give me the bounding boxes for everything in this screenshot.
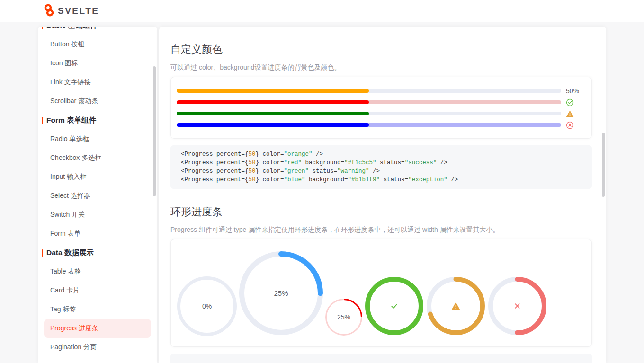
sidebar-item-active[interactable]: Progress 进度条 <box>44 319 151 338</box>
code-block-ring-clipped <box>170 354 592 363</box>
sidebar-item-label: Button 按钮 <box>50 40 84 49</box>
sidebar-item-label: Data 数据展示 <box>46 248 94 258</box>
sidebar-item[interactable]: Table 表格 <box>38 262 157 281</box>
sidebar-nav: Basic 基础组件Button 按钮Icon 图标Link 文字链接Scrol… <box>38 27 157 357</box>
sidebar-item-label: Form 表单 <box>50 230 81 238</box>
app-header: SVELTE <box>0 0 644 22</box>
sidebar-item-label: Basic 基础组件 <box>46 27 98 31</box>
sidebar: Basic 基础组件Button 按钮Icon 图标Link 文字链接Scrol… <box>38 27 157 363</box>
progress-fill <box>177 123 369 127</box>
progress-fill <box>177 112 369 115</box>
sidebar-item[interactable]: Button 按钮 <box>38 35 157 54</box>
sidebar-item[interactable]: Select 选择器 <box>38 186 157 205</box>
ring-percent-label: 0% <box>202 302 212 310</box>
section-accent-bar <box>42 27 43 29</box>
main-content: 自定义颜色 可以通过 color、background设置进度条的背景色及颜色。… <box>159 43 606 363</box>
progress-suffix <box>561 98 586 106</box>
progress-bar-row <box>177 108 586 119</box>
svelte-logo-icon <box>43 4 55 18</box>
sidebar-item[interactable]: Tag 标签 <box>38 300 157 319</box>
brand[interactable]: SVELTE <box>43 4 99 18</box>
ring-progress: 0% <box>177 276 237 336</box>
code-line: <Progress percent={50} color="orange" /> <box>181 150 581 159</box>
section-title-custom-color: 自定义颜色 <box>170 43 592 57</box>
ring-center: 25% <box>239 251 323 335</box>
sidebar-item-label: Icon 图标 <box>50 59 78 68</box>
warning-icon <box>566 110 574 118</box>
ring-center <box>427 277 485 335</box>
success-icon <box>566 98 574 106</box>
progress-fill <box>177 100 369 104</box>
sidebar-item-label: Select 选择器 <box>50 192 90 200</box>
section-desc-custom-color: 可以通过 color、background设置进度条的背景色及颜色。 <box>170 62 592 72</box>
ring-center <box>488 277 546 335</box>
sidebar-section-header: Basic 基础组件 <box>38 27 157 35</box>
ring-progress-demo-card: 0%25%25% <box>170 239 592 347</box>
sidebar-item-label: Radio 单选框 <box>50 135 89 143</box>
progress-suffix <box>561 110 586 118</box>
ring-progress <box>488 277 546 335</box>
sidebar-section-header: Data 数据展示 <box>38 243 157 262</box>
sidebar-item-label: Tag 标签 <box>50 305 76 314</box>
ring-center <box>365 277 423 335</box>
ring-percent-label: 25% <box>337 313 350 321</box>
sidebar-item-label: Input 输入框 <box>50 173 87 181</box>
ring-center: 0% <box>177 276 237 336</box>
sidebar-item[interactable]: Radio 单选框 <box>38 130 157 149</box>
sidebar-item[interactable]: Switch 开关 <box>38 205 157 224</box>
sidebar-item[interactable]: Icon 图标 <box>38 54 157 73</box>
sidebar-item[interactable]: Card 卡片 <box>38 281 157 300</box>
ring-progress: 25% <box>325 299 362 336</box>
ring-progress: 25% <box>239 251 323 335</box>
ring-percent-label: 25% <box>274 289 288 297</box>
sidebar-item[interactable]: Checkbox 多选框 <box>38 149 157 168</box>
progress-suffix: 50% <box>561 87 586 95</box>
sidebar-item[interactable]: Form 表单 <box>38 224 157 243</box>
warning-icon <box>451 301 460 310</box>
main-scrollbar[interactable] <box>602 133 605 197</box>
sidebar-item-label: Checkbox 多选框 <box>50 154 101 162</box>
sidebar-item-label: Link 文字链接 <box>50 78 91 87</box>
progress-track <box>177 100 561 104</box>
code-block-custom-color: <Progress percent={50} color="orange" />… <box>170 145 592 189</box>
exception-icon <box>566 121 574 129</box>
section-accent-bar <box>42 249 43 257</box>
check-icon <box>390 301 399 310</box>
progress-bar-row <box>177 97 586 108</box>
section-title-ring: 环形进度条 <box>170 205 592 219</box>
code-line: <Progress percent={50} color="red" backg… <box>181 159 581 167</box>
progress-track <box>177 89 561 93</box>
ring-progress <box>365 277 423 335</box>
main-panel: 自定义颜色 可以通过 color、background设置进度条的背景色及颜色。… <box>159 27 606 363</box>
progress-fill <box>177 89 369 93</box>
progress-percent-label: 50% <box>566 87 579 95</box>
progress-bars-demo-card: 50% <box>170 77 592 139</box>
sidebar-item-label: Scrollbar 滚动条 <box>50 97 98 106</box>
sidebar-item-label: Table 表格 <box>50 267 81 276</box>
brand-text: SVELTE <box>58 6 99 16</box>
code-line: <Progress percent={50} color="blue" back… <box>181 176 581 184</box>
sidebar-item-label: Form 表单组件 <box>46 115 96 125</box>
progress-suffix <box>561 121 586 129</box>
sidebar-item[interactable]: Scrollbar 滚动条 <box>38 92 157 111</box>
sidebar-scrollbar[interactable] <box>153 66 156 196</box>
sidebar-item[interactable]: Input 输入框 <box>38 168 157 186</box>
section-accent-bar <box>42 117 43 124</box>
sidebar-item-label: Switch 开关 <box>50 211 85 219</box>
progress-bar-row: 50% <box>177 85 586 97</box>
ring-progress <box>427 277 485 335</box>
code-line: <Progress percent={50} color="green" sta… <box>181 167 581 176</box>
sidebar-item-label: Card 卡片 <box>50 286 80 295</box>
sidebar-section-header: Form 表单组件 <box>38 111 157 130</box>
progress-track <box>177 123 561 127</box>
close-icon <box>513 301 522 310</box>
progress-track <box>177 112 561 115</box>
sidebar-item-label: Pagination 分页 <box>50 343 97 352</box>
progress-bar-row <box>177 119 586 131</box>
sidebar-item-label: Progress 进度条 <box>50 324 98 333</box>
section-desc-ring: Progress 组件可通过 type 属性来指定使用环形进度条，在环形进度条中… <box>170 225 592 234</box>
ring-center: 25% <box>325 299 362 336</box>
sidebar-item[interactable]: Link 文字链接 <box>38 73 157 92</box>
sidebar-item[interactable]: Pagination 分页 <box>38 338 157 357</box>
